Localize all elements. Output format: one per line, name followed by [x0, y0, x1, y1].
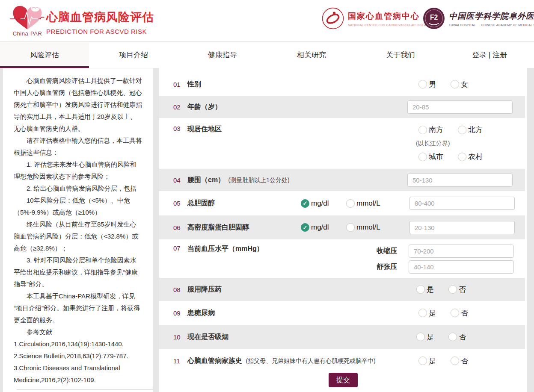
form-row-gender: 01 性别 男 女: [159, 73, 527, 96]
total-cholesterol-input[interactable]: [409, 197, 515, 210]
radio-option-female[interactable]: 女: [451, 80, 468, 89]
row-number: 05: [173, 200, 187, 207]
diastolic-input[interactable]: [409, 260, 514, 274]
nav-tab-related-research[interactable]: 相关研究: [267, 42, 356, 68]
option-label: mg/dl: [311, 223, 329, 232]
radio-icon[interactable]: [418, 357, 427, 365]
radio-option-yes[interactable]: 是: [416, 332, 434, 342]
nav-tab-risk-assessment[interactable]: 风险评估: [0, 42, 89, 68]
radio-icon[interactable]: [458, 126, 466, 134]
sidebar-paragraph: 本工具基于China-PAR模型研发，详见“项目介绍”部分。如果您进行了注册，将…: [14, 290, 142, 326]
org-ncc: 国家心血管病中心 NATIONAL CENTER FOR CARDIOVASCU…: [322, 7, 433, 29]
sidebar-reference: 1.Circulation,2016,134(19):1430-1440.: [14, 338, 142, 350]
row-number: 06: [173, 224, 187, 231]
title-block: 心脑血管病风险评估 PREDICTION FOR ASCVD RISK: [46, 9, 154, 35]
radio-icon[interactable]: [416, 285, 425, 294]
radio-icon[interactable]: [418, 309, 427, 317]
row-number: 08: [173, 286, 187, 293]
form-row-total-cholesterol: 05 总胆固醇 mg/dl mmol/L: [159, 191, 527, 215]
radio-icon[interactable]: [451, 309, 459, 317]
intro-sidebar: 心脑血管病风险评估工具提供了一款针对中国人心脑血管病（包括急性心肌梗死、冠心病死…: [3, 68, 153, 392]
radio-option-yes[interactable]: 是: [418, 308, 436, 318]
page-subtitle: PREDICTION FOR ASCVD RISK: [46, 28, 154, 35]
age-input[interactable]: [407, 100, 513, 114]
waist-input[interactable]: [407, 174, 513, 187]
radio-icon[interactable]: [346, 223, 355, 232]
main-nav: 风险评估 项目介绍 健康指导 相关研究 关于我们 登录 | 注册: [0, 41, 534, 68]
radio-option-yes[interactable]: 是: [416, 285, 434, 295]
systolic-label: 收缩压: [377, 247, 397, 256]
unit-option-mmol[interactable]: mmol/L: [346, 223, 380, 232]
row-number: 11: [173, 357, 187, 365]
option-label: 否: [459, 285, 466, 295]
option-label: 否: [459, 332, 466, 342]
systolic-input[interactable]: [409, 245, 514, 258]
radio-option-no[interactable]: 否: [451, 356, 468, 366]
radio-option-north[interactable]: 北方: [458, 125, 483, 135]
nav-tab-about-us[interactable]: 关于我们: [356, 42, 445, 68]
row-number: 02: [173, 103, 187, 111]
radio-icon[interactable]: [451, 357, 459, 365]
unit-option-mgdl[interactable]: mg/dl: [301, 199, 346, 208]
page-body: 心脑血管病风险评估工具提供了一款针对中国人心脑血管病（包括急性心肌梗死、冠心病死…: [0, 68, 534, 392]
sidebar-paragraph: 请在评估表格中输入您的信息，本工具将根据这些信息：: [14, 135, 142, 159]
sidebar-paragraph: 1. 评估您未来发生心脑血管病的风险和理想危险因素状态下的参考风险；: [14, 159, 142, 183]
radio-checked-icon[interactable]: [301, 223, 309, 232]
form-row-waist: 04 腰围（cm） (测量肚脐以上1公分处): [159, 169, 525, 191]
radio-icon[interactable]: [416, 333, 425, 341]
nav-tab-login-register[interactable]: 登录 | 注册: [445, 42, 534, 68]
unit-option-mmol[interactable]: mmol/L: [346, 199, 380, 208]
form-row-region: 03 现居住地区 南方 北方 (以长江分界): [159, 118, 527, 169]
option-label: mmol/L: [356, 223, 380, 232]
row-label: 腰围（cm）: [187, 176, 225, 183]
radio-icon[interactable]: [418, 153, 427, 161]
row-label: 服用降压药: [187, 286, 222, 293]
form-row-blood-pressure: 07 当前血压水平（mmHg） 收缩压 舒张压: [159, 239, 527, 278]
option-label: 否: [461, 356, 468, 366]
brand-name: China-PAR: [8, 30, 47, 37]
hdl-input[interactable]: [409, 221, 515, 234]
radio-option-no[interactable]: 否: [451, 308, 468, 318]
radio-option-no[interactable]: 否: [448, 332, 466, 342]
option-label: mg/dl: [311, 199, 329, 208]
radio-checked-icon[interactable]: [301, 199, 309, 208]
radio-option-rural[interactable]: 农村: [458, 152, 483, 162]
submit-row: 提交: [159, 373, 527, 392]
row-number: 03: [173, 125, 187, 132]
nav-tab-project-intro[interactable]: 项目介绍: [89, 42, 178, 68]
option-label: 是: [429, 308, 436, 318]
sidebar-paragraph: 3. 针对不同风险分层和单个危险因素水平给出相应提示和建议，详细指导参见“健康指…: [14, 254, 142, 290]
radio-icon[interactable]: [418, 80, 427, 88]
fuwai-badge-icon: F2: [423, 7, 445, 29]
radio-icon[interactable]: [418, 126, 427, 134]
radio-icon[interactable]: [448, 285, 457, 294]
sidebar-paragraph: 心脑血管病风险评估工具提供了一款针对中国人心脑血管病（包括急性心肌梗死、冠心病死…: [14, 75, 142, 135]
radio-icon[interactable]: [346, 199, 355, 208]
option-label: 北方: [468, 125, 483, 135]
row-label: 现在是否吸烟: [187, 333, 228, 340]
radio-option-urban[interactable]: 城市: [418, 152, 443, 162]
option-label: 否: [461, 308, 468, 318]
radio-option-yes[interactable]: 是: [418, 356, 436, 366]
row-label: 高密度脂蛋白胆固醇: [187, 224, 249, 231]
nav-tab-health-guidance[interactable]: 健康指导: [178, 42, 267, 68]
form-row-antihypertensive: 08 服用降压药 是 否: [159, 278, 525, 301]
radio-option-male[interactable]: 男: [418, 80, 436, 89]
option-label: 南方: [429, 125, 443, 135]
option-label: 是: [429, 356, 436, 366]
radio-icon[interactable]: [451, 80, 459, 88]
option-label: mmol/L: [356, 199, 380, 208]
radio-option-south[interactable]: 南方: [418, 125, 443, 135]
row-label: 现居住地区: [187, 125, 222, 133]
option-label: 农村: [468, 152, 483, 162]
unit-option-mgdl[interactable]: mg/dl: [301, 223, 346, 232]
row-label: 心脑血管病家族史: [187, 357, 242, 364]
radio-icon[interactable]: [458, 153, 466, 161]
submit-button[interactable]: 提交: [329, 373, 358, 387]
sidebar-paragraph: 10年风险分层：低危（<5%）、中危（5%-9.9%）或高危（≥10%）: [14, 195, 142, 218]
ncc-badge-icon: [322, 7, 344, 29]
row-label: 当前血压水平（mmHg）: [187, 245, 264, 252]
radio-icon[interactable]: [448, 333, 457, 341]
radio-option-no[interactable]: 否: [448, 285, 466, 295]
sidebar-reference: 2.Science Bulletin,2018,63(12):779-787.: [14, 350, 142, 362]
